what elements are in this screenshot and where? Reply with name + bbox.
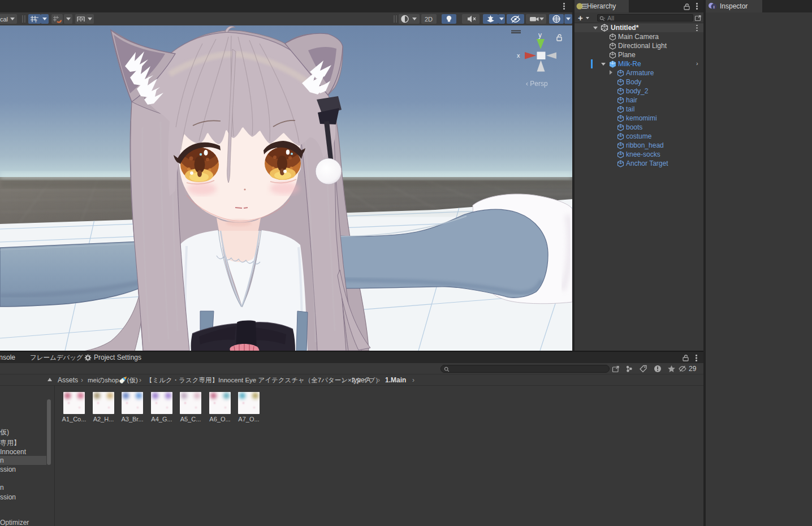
svg-text:‹ Persp: ‹ Persp <box>526 80 548 88</box>
svg-text:Y: Y <box>34 19 37 23</box>
svg-text:x: x <box>517 52 520 59</box>
svg-text:y: y <box>538 31 542 39</box>
svg-text:i: i <box>713 5 714 10</box>
